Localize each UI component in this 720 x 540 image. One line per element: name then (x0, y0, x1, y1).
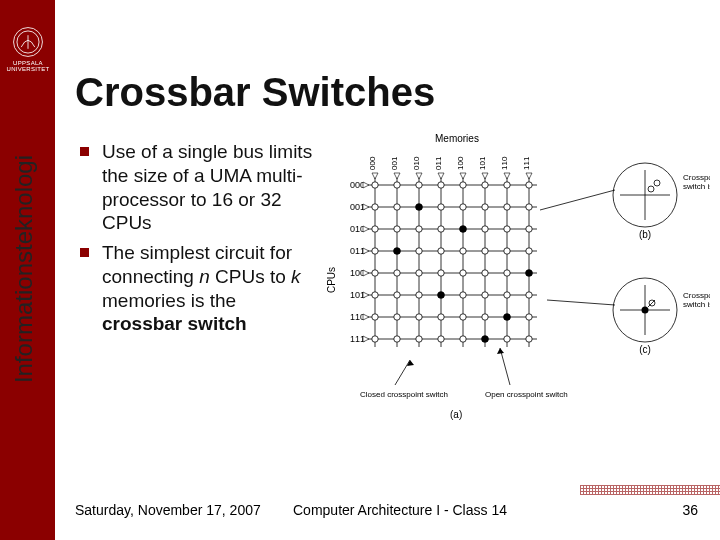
department-name: Informationsteknologi (10, 119, 38, 419)
svg-point-86 (438, 270, 444, 276)
svg-line-127 (547, 300, 615, 305)
svg-point-91 (372, 292, 378, 298)
svg-point-75 (372, 248, 378, 254)
svg-point-115 (415, 203, 422, 210)
svg-point-119 (437, 291, 444, 298)
svg-point-137 (642, 307, 649, 314)
svg-point-100 (394, 314, 400, 320)
crossbar-figure: Memories 000001010011100101110111 000001… (325, 130, 710, 420)
svg-marker-34 (363, 248, 369, 254)
svg-point-108 (394, 336, 400, 342)
svg-marker-20 (372, 173, 378, 179)
svg-marker-22 (363, 182, 369, 188)
svg-point-121 (481, 335, 488, 342)
svg-point-78 (438, 248, 444, 254)
svg-point-68 (394, 226, 400, 232)
svg-marker-24 (394, 173, 400, 179)
svg-line-126 (540, 190, 615, 210)
svg-point-67 (372, 226, 378, 232)
svg-point-109 (416, 336, 422, 342)
svg-point-53 (416, 182, 422, 188)
svg-line-122 (395, 360, 410, 385)
svg-point-63 (460, 204, 466, 210)
svg-point-55 (460, 182, 466, 188)
svg-point-72 (482, 226, 488, 232)
svg-point-111 (460, 336, 466, 342)
svg-point-103 (460, 314, 466, 320)
svg-point-102 (438, 314, 444, 320)
svg-point-92 (394, 292, 400, 298)
footer-course: Computer Architecture I - Class 14 (0, 502, 720, 518)
svg-marker-36 (460, 173, 466, 179)
university-name: UPPSALA UNIVERSITET (6, 60, 50, 72)
bullet-item: Use of a single bus limits the size of a… (80, 140, 320, 235)
svg-marker-32 (438, 173, 444, 179)
svg-point-131 (648, 186, 654, 192)
svg-marker-50 (363, 336, 369, 342)
svg-point-93 (416, 292, 422, 298)
svg-text:001: 001 (390, 156, 399, 170)
footer-page-number: 36 (682, 502, 698, 518)
svg-point-56 (482, 182, 488, 188)
svg-point-101 (416, 314, 422, 320)
svg-point-113 (504, 336, 510, 342)
slide-title: Crossbar Switches (75, 70, 435, 115)
svg-point-57 (504, 182, 510, 188)
svg-text:010: 010 (412, 156, 421, 170)
svg-text:110: 110 (500, 156, 509, 170)
open-arrow-label: Open crosspoint switch (485, 390, 568, 399)
svg-point-114 (526, 336, 532, 342)
svg-point-79 (460, 248, 466, 254)
subfigure-c: (c) (639, 344, 651, 355)
svg-point-59 (372, 204, 378, 210)
svg-marker-42 (363, 292, 369, 298)
svg-text:111: 111 (522, 156, 531, 170)
cpus-label: CPUs (326, 267, 337, 293)
svg-point-107 (372, 336, 378, 342)
svg-point-110 (438, 336, 444, 342)
svg-point-84 (394, 270, 400, 276)
svg-point-64 (482, 204, 488, 210)
svg-point-58 (526, 182, 532, 188)
svg-point-81 (504, 248, 510, 254)
svg-text:100: 100 (456, 156, 465, 170)
svg-point-83 (372, 270, 378, 276)
svg-point-95 (460, 292, 466, 298)
svg-line-124 (500, 348, 510, 385)
svg-marker-48 (526, 173, 532, 179)
svg-point-60 (394, 204, 400, 210)
svg-point-51 (372, 182, 378, 188)
svg-point-74 (526, 226, 532, 232)
svg-point-54 (438, 182, 444, 188)
svg-point-69 (416, 226, 422, 232)
svg-point-118 (525, 269, 532, 276)
svg-marker-125 (497, 348, 504, 354)
decorative-dots (580, 485, 720, 495)
svg-point-73 (504, 226, 510, 232)
svg-marker-30 (363, 226, 369, 232)
svg-point-120 (503, 313, 510, 320)
svg-point-96 (482, 292, 488, 298)
svg-point-85 (416, 270, 422, 276)
svg-point-87 (460, 270, 466, 276)
svg-marker-46 (363, 314, 369, 320)
svg-text:011: 011 (434, 156, 443, 170)
bullet-list: Use of a single bus limits the size of a… (80, 140, 320, 342)
svg-point-82 (526, 248, 532, 254)
svg-text:000: 000 (368, 156, 377, 170)
svg-point-117 (393, 247, 400, 254)
svg-marker-38 (363, 270, 369, 276)
svg-point-132 (654, 180, 660, 186)
svg-marker-44 (504, 173, 510, 179)
svg-point-66 (526, 204, 532, 210)
svg-point-62 (438, 204, 444, 210)
svg-point-104 (482, 314, 488, 320)
svg-point-89 (504, 270, 510, 276)
open-inset-label-1: Crosspoint (683, 173, 710, 182)
svg-point-65 (504, 204, 510, 210)
subfigure-a: (a) (450, 409, 462, 420)
svg-point-77 (416, 248, 422, 254)
svg-point-97 (504, 292, 510, 298)
svg-marker-40 (482, 173, 488, 179)
svg-point-70 (438, 226, 444, 232)
